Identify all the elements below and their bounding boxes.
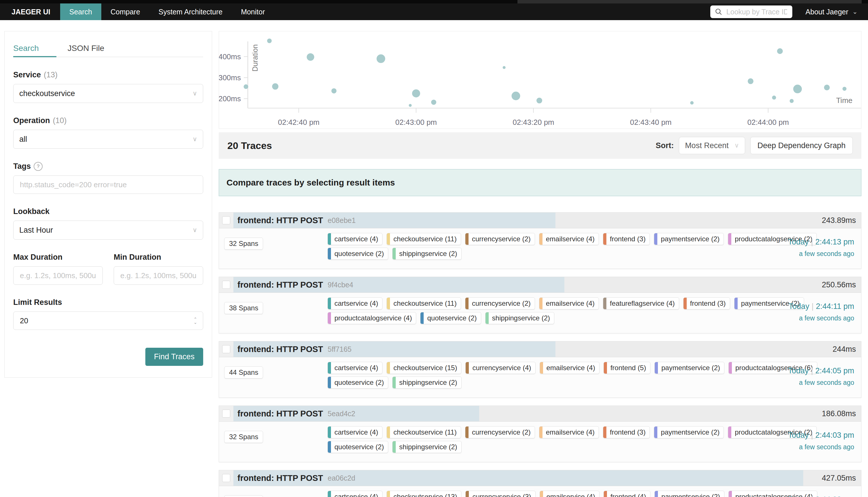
trace-day-link[interactable]: Today <box>788 366 809 375</box>
trace-select-checkbox[interactable] <box>222 410 230 417</box>
trace-scatter-point[interactable] <box>748 78 754 84</box>
deep-dependency-graph-button[interactable]: Deep Dependency Graph <box>750 137 853 154</box>
service-chip-checkoutservice[interactable]: checkoutservice (15) <box>387 362 461 374</box>
service-chip-cartservice[interactable]: cartservice (4) <box>327 426 382 438</box>
service-chip-checkoutservice[interactable]: checkoutservice (11) <box>387 426 461 438</box>
jaeger-logo[interactable]: JAEGER UI <box>0 3 60 20</box>
service-chip-currencyservice[interactable]: currencyservice (4) <box>465 362 535 374</box>
service-chip-currencyservice[interactable]: currencyservice (2) <box>465 233 535 245</box>
help-icon[interactable]: ? <box>34 162 43 171</box>
trace-scatter-point[interactable] <box>243 84 248 89</box>
trace-scatter-point[interactable] <box>503 66 506 69</box>
trace-scatter-point[interactable] <box>536 98 542 103</box>
trace-select-checkbox[interactable] <box>222 345 230 353</box>
nav-tab-search[interactable]: Search <box>60 3 101 20</box>
service-chip-currencyservice[interactable]: currencyservice (2) <box>465 297 535 310</box>
trace-time-link[interactable]: 2:44:02 pm <box>815 495 854 497</box>
trace-card-header[interactable]: frontend: HTTP POSTe08ebe1243.89ms <box>219 213 861 228</box>
trace-scatter-point[interactable] <box>512 91 520 100</box>
stepper-down-icon[interactable]: ⌄ <box>193 321 197 324</box>
trace-scatter-point[interactable] <box>272 83 278 90</box>
service-chip-cartservice[interactable]: cartservice (4) <box>327 362 382 374</box>
trace-title[interactable]: frontend: HTTP POST <box>237 473 323 483</box>
nav-tab-monitor[interactable]: Monitor <box>232 3 274 20</box>
service-chip-emailservice[interactable]: emailservice (4) <box>540 491 600 497</box>
service-chip-cartservice[interactable]: cartservice (4) <box>327 233 382 245</box>
service-chip-quoteservice[interactable]: quoteservice (2) <box>327 441 388 453</box>
trace-scatter-point[interactable] <box>690 101 694 105</box>
trace-card-header[interactable]: frontend: HTTP POST5ead4c2186.08ms <box>219 406 861 422</box>
service-chip-shippingservice[interactable]: shippingservice (2) <box>392 247 461 260</box>
trace-time-link[interactable]: 2:44:13 pm <box>815 238 854 246</box>
min-duration-input[interactable] <box>120 271 197 281</box>
trace-lookup-box[interactable] <box>710 5 792 18</box>
service-chip-currencyservice[interactable]: currencyservice (3) <box>465 491 535 497</box>
service-chip-shippingservice[interactable]: shippingservice (2) <box>485 312 554 324</box>
find-traces-button[interactable]: Find Traces <box>145 348 203 366</box>
trace-time-link[interactable]: 2:44:03 pm <box>815 431 854 439</box>
trace-scatter-point[interactable] <box>267 39 272 43</box>
trace-select-checkbox[interactable] <box>222 474 230 482</box>
service-chip-checkoutservice[interactable]: checkoutservice (11) <box>387 297 461 310</box>
trace-day-link[interactable]: Today <box>788 238 809 246</box>
trace-scatter-point[interactable] <box>409 104 411 107</box>
service-chip-featureflagservice[interactable]: featureflagservice (4) <box>603 297 679 310</box>
service-chip-frontend[interactable]: frontend (3) <box>683 297 730 310</box>
service-chip-shippingservice[interactable]: shippingservice (2) <box>392 377 461 388</box>
service-chip-checkoutservice[interactable]: checkoutservice (11) <box>387 233 461 245</box>
service-chip-emailservice[interactable]: emailservice (4) <box>539 426 599 438</box>
service-chip-frontend[interactable]: frontend (4) <box>603 491 650 497</box>
limit-results-input[interactable] <box>19 316 193 326</box>
about-jaeger-menu[interactable]: About Jaeger ⌄ <box>806 3 858 20</box>
operation-select[interactable]: all ∨ <box>13 130 203 149</box>
trace-card-header[interactable]: frontend: HTTP POST9f4cbe4250.56ms <box>219 277 861 293</box>
trace-time-link[interactable]: 2:44:05 pm <box>815 366 854 375</box>
trace-title[interactable]: frontend: HTTP POST <box>237 344 323 354</box>
service-select[interactable]: checkoutservice ∨ <box>13 84 203 103</box>
trace-select-checkbox[interactable] <box>222 281 230 289</box>
tab-search[interactable]: Search <box>13 44 39 53</box>
service-chip-currencyservice[interactable]: currencyservice (2) <box>465 426 535 438</box>
service-chip-emailservice[interactable]: emailservice (4) <box>539 233 599 245</box>
service-chip-quoteservice[interactable]: quoteservice (2) <box>327 247 388 260</box>
service-chip-paymentservice[interactable]: paymentservice (2) <box>655 491 724 497</box>
nav-tab-system-architecture[interactable]: System Architecture <box>149 3 232 20</box>
trace-day-link[interactable]: Today <box>788 495 809 497</box>
service-chip-productcatalogservice[interactable]: productcatalogservice (4) <box>327 312 416 324</box>
service-chip-paymentservice[interactable]: paymentservice (2) <box>654 233 724 245</box>
service-chip-frontend[interactable]: frontend (3) <box>603 426 650 438</box>
lookback-select[interactable]: Last Hour ∨ <box>13 221 203 240</box>
trace-card-header[interactable]: frontend: HTTP POST5ff7165244ms <box>219 341 861 357</box>
service-chip-quoteservice[interactable]: quoteservice (2) <box>420 312 481 324</box>
service-chip-emailservice[interactable]: emailservice (4) <box>540 362 600 374</box>
service-chip-frontend[interactable]: frontend (5) <box>603 362 650 374</box>
service-chip-shippingservice[interactable]: shippingservice (2) <box>392 441 461 453</box>
trace-scatter-point[interactable] <box>412 89 420 98</box>
service-chip-cartservice[interactable]: cartservice (4) <box>327 491 382 497</box>
trace-scatter-point[interactable] <box>777 48 783 54</box>
trace-select-checkbox[interactable] <box>222 216 230 224</box>
tags-input[interactable] <box>19 180 197 189</box>
number-stepper[interactable]: ⌃⌄ <box>193 317 197 324</box>
sort-select[interactable]: Most Recent ∨ <box>679 137 745 154</box>
trace-scatter-point[interactable] <box>431 100 436 105</box>
trace-card-header[interactable]: frontend: HTTP POSTea06c2d427.05ms <box>219 470 861 486</box>
service-chip-paymentservice[interactable]: paymentservice (2) <box>654 426 724 438</box>
service-chip-emailservice[interactable]: emailservice (4) <box>539 297 599 310</box>
trace-day-link[interactable]: Today <box>788 302 809 311</box>
trace-day-link[interactable]: Today <box>788 431 809 439</box>
max-duration-input[interactable] <box>19 271 97 281</box>
trace-scatter-point[interactable] <box>376 54 385 63</box>
service-chip-frontend[interactable]: frontend (3) <box>603 233 650 245</box>
service-chip-paymentservice[interactable]: paymentservice (2) <box>655 362 724 374</box>
trace-title[interactable]: frontend: HTTP POST <box>237 409 323 418</box>
trace-scatter-point[interactable] <box>824 85 830 90</box>
trace-scatter-point[interactable] <box>790 99 794 103</box>
trace-scatter-point[interactable] <box>331 88 336 94</box>
service-chip-cartservice[interactable]: cartservice (4) <box>327 297 382 310</box>
trace-scatter-point[interactable] <box>842 87 846 91</box>
trace-scatter-point[interactable] <box>772 96 776 100</box>
trace-scatter-point[interactable] <box>793 85 802 93</box>
trace-title[interactable]: frontend: HTTP POST <box>237 280 323 289</box>
nav-tab-compare[interactable]: Compare <box>101 3 149 20</box>
